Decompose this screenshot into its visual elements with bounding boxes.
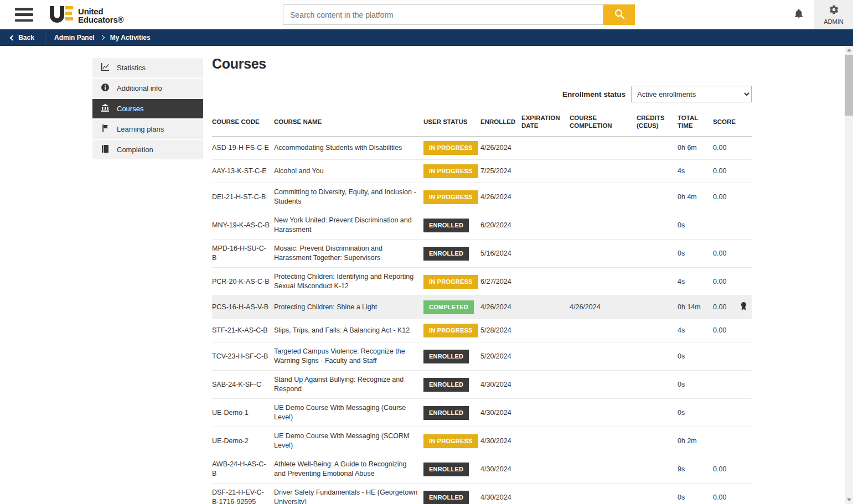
table-row[interactable]: MPD-16-H-SU-C-BMosaic: Prevent Discrimin… [212,240,752,268]
search-button[interactable] [603,4,635,25]
credits-cell [637,342,678,371]
credits-cell [637,319,678,342]
course-name-cell: Committing to Diversity, Equity, and Inc… [274,183,423,211]
expiration-date-cell [521,399,570,427]
enrolled-cell: 7/25/2024 [480,160,521,183]
total-time-cell: 4s [678,319,713,342]
credits-cell [637,296,678,319]
brand-logo: United Educators® [49,5,123,26]
table-row[interactable]: SAB-24-K-SF-CStand Up Against Bullying: … [212,371,752,399]
total-time-cell: 0s [678,399,713,427]
total-time-cell: 0h 14m [678,296,713,319]
score-cell: 0.00 [713,137,752,160]
total-time-cell: 0s [678,371,713,399]
course-name-cell: Mosaic: Prevent Discrimination and Haras… [274,240,423,268]
course-completion-cell [570,427,637,455]
course-completion-cell [570,342,637,371]
table-row[interactable]: UE-Demo-2UE Demo Course With Messaging (… [212,427,752,455]
credits-cell [637,183,678,211]
course-completion-cell [570,268,637,296]
user-status-cell: IN PROGRESS [423,427,480,455]
table-row[interactable]: PCS-16-H-AS-V-BProtecting Children: Shin… [212,296,752,319]
expiration-date-cell [521,484,570,504]
course-completion-cell [570,211,637,240]
col-total-time: TOTAL TIME [678,107,713,137]
table-row[interactable]: UE-Demo-1UE Demo Course With Messaging (… [212,399,752,427]
table-row[interactable]: STF-21-K-AS-C-BSlips, Trips, and Falls: … [212,319,752,342]
enrolled-cell: 4/26/2024 [480,296,521,319]
enrolled-cell: 4/30/2024 [480,484,521,504]
user-status-cell: COMPLETED [423,296,480,319]
sidebar-item-courses[interactable]: Courses [92,99,203,118]
sidebar-item-learning-plans[interactable]: Learning plans [92,119,203,139]
col-expiration-date: EXPIRATION DATE [521,107,570,137]
sidebar: Statistics Additional info [92,58,203,160]
course-name-cell: UE Demo Course With Messaging (Course Le… [274,399,423,427]
breadcrumb-item-admin-panel[interactable]: Admin Panel [54,34,95,41]
course-name-cell: Driver Safety Fundamentals - HE (Georget… [274,484,423,504]
credits-cell [637,455,678,484]
user-status-cell: ENROLLED [423,240,480,268]
table-row[interactable]: AWB-24-H-AS-C-BAthlete Well-Being: A Gui… [212,455,752,484]
course-completion-cell [570,399,637,427]
sidebar-item-additional-info[interactable]: Additional info [92,79,203,98]
score-cell [713,342,752,371]
course-name-cell: Targeted Campus Violence: Recognize the … [274,342,423,371]
course-code-cell: UE-Demo-1 [212,399,274,427]
scrollbar[interactable] [845,46,853,504]
course-completion-cell [570,455,637,484]
user-status-badge: ENROLLED [423,463,469,476]
table-row[interactable]: AAY-13-K-ST-C-EAlcohol and YouIN PROGRES… [212,160,752,183]
expiration-date-cell [521,319,570,342]
enrolled-cell: 4/30/2024 [480,371,521,399]
completion-book-icon [101,144,110,155]
total-time-cell: 0h 2m [678,427,713,455]
scrollbar-down-arrow[interactable] [845,496,853,504]
courses-table: COURSE CODE COURSE NAME USER STATUS ENRO… [212,107,752,504]
sidebar-item-completion[interactable]: Completion [92,140,203,159]
course-name-cell: Protecting Children: Identifying and Rep… [274,268,423,296]
total-time-cell: 0s [678,342,713,371]
breadcrumb-item-my-activities: My Activities [110,34,151,41]
chevron-right-icon [100,35,104,40]
course-code-cell: MPD-16-H-SU-C-B [212,240,274,268]
table-row[interactable]: DEI-21-H-ST-C-BCommitting to Diversity, … [212,183,752,211]
hamburger-menu-icon[interactable] [15,8,33,22]
admin-menu[interactable]: ADMIN [814,0,853,29]
user-status-badge: IN PROGRESS [423,434,478,448]
col-enrolled: ENROLLED [480,107,521,137]
user-status-cell: IN PROGRESS [423,160,480,183]
table-row[interactable]: PCR-20-K-AS-C-BProtecting Children: Iden… [212,268,752,296]
score-cell [713,427,752,455]
scrollbar-up-arrow[interactable] [845,46,853,54]
sidebar-item-statistics[interactable]: Statistics [92,58,203,77]
courses-panel: Courses Enrollment status Active enrollm… [212,56,752,504]
score-cell: 0.00 [713,240,752,268]
enrolled-cell: 4/30/2024 [480,399,521,427]
enrollment-status-select[interactable]: Active enrollments [631,86,752,102]
search-input[interactable] [283,4,603,25]
user-status-cell: ENROLLED [423,399,480,427]
expiration-date-cell [521,160,570,183]
course-name-cell: Athlete Well-Being: A Guide to Recognizi… [274,455,423,484]
back-button[interactable]: Back [0,29,45,46]
course-code-cell: DEI-21-H-ST-C-B [212,183,274,211]
user-status-badge: ENROLLED [423,491,469,504]
course-name-cell: Protecting Children: Shine a Light [274,296,423,319]
expiration-date-cell [521,211,570,240]
table-row[interactable]: ASD-19-H-FS-C-EAccommodating Students wi… [212,137,752,160]
user-status-badge: IN PROGRESS [423,324,478,337]
notifications-bell-icon[interactable] [793,8,804,21]
table-row[interactable]: MNY-19-K-AS-C-BNew York United: Prevent … [212,211,752,240]
scrollbar-thumb[interactable] [845,55,853,116]
course-name-cell: New York United: Prevent Discrimination … [274,211,423,240]
col-user-status: USER STATUS [423,107,480,137]
table-row[interactable]: TCV-23-H-SF-C-BTargeted Campus Violence:… [212,342,752,371]
table-row[interactable]: DSF-21-H-EV-C-B-1716-92595Driver Safety … [212,484,752,504]
user-status-badge: IN PROGRESS [423,164,478,178]
user-status-cell: ENROLLED [423,484,480,504]
gear-icon [829,4,839,17]
user-status-cell: IN PROGRESS [423,183,480,211]
expiration-date-cell [521,455,570,484]
statistics-chart-icon [101,63,110,73]
